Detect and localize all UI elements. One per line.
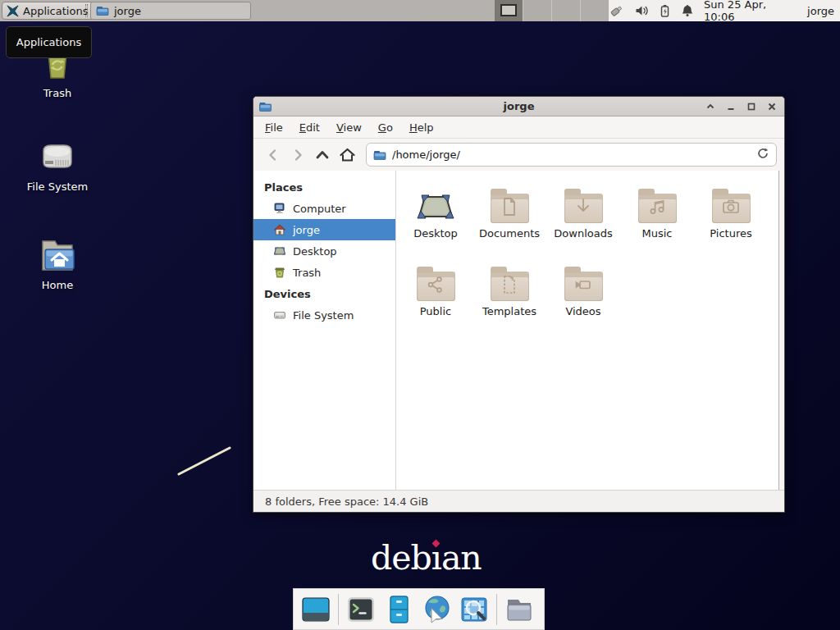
removable-media-icon[interactable]	[609, 3, 625, 18]
folder-music-icon	[638, 194, 677, 223]
places-header: Places	[253, 176, 395, 198]
home-folder-icon	[38, 236, 77, 274]
workspace-4[interactable]	[580, 0, 609, 21]
file-item-downloads[interactable]: Downloads	[546, 184, 620, 262]
close-button[interactable]	[766, 102, 777, 112]
menu-help[interactable]: Help	[409, 121, 434, 134]
sidebar-item-desktop[interactable]: Desktop	[253, 240, 395, 262]
file-item-videos[interactable]: Videos	[546, 262, 620, 340]
taskbar-window-button[interactable]: jorge	[90, 2, 251, 20]
file-item-public[interactable]: Public	[399, 262, 472, 340]
folder-videos-icon	[564, 272, 603, 301]
toolbar: /home/jorge/	[253, 139, 784, 171]
file-label: Videos	[565, 305, 600, 317]
desktop-icon	[273, 244, 286, 258]
applications-tooltip: Applications	[6, 26, 92, 58]
folder-downloads-icon	[564, 194, 603, 223]
menu-view[interactable]: View	[336, 121, 362, 134]
file-label: Downloads	[554, 227, 612, 240]
sidebar-item-label: jorge	[293, 224, 320, 236]
file-label: Music	[642, 227, 673, 240]
sidebar-item-computer[interactable]: Computer	[253, 198, 395, 219]
xfce-logo-icon	[7, 5, 19, 17]
desktop-icon-file-system[interactable]: File System	[21, 139, 94, 193]
panel-handle	[85, 4, 88, 17]
dock-separator	[496, 594, 497, 625]
file-manager-launcher[interactable]	[383, 593, 414, 626]
desktop-special-icon	[416, 190, 455, 223]
file-item-documents[interactable]: Documents	[472, 184, 546, 262]
sidebar-item-label: Desktop	[293, 245, 337, 258]
folder-icon	[96, 4, 109, 17]
debian-logo: debıan	[371, 538, 482, 578]
panel-status-area: Sun 25 Apr, 10:06 jorge	[609, 0, 840, 21]
desktop-icon-label: Trash	[43, 87, 71, 99]
back-button[interactable]	[261, 144, 285, 167]
menu-file[interactable]: File	[265, 121, 283, 134]
file-label: Documents	[479, 227, 540, 240]
file-label: Desktop	[413, 227, 458, 240]
folder-pictures-icon	[712, 194, 751, 223]
battery-charging-icon[interactable]	[659, 4, 671, 18]
titlebar[interactable]: jorge	[253, 97, 784, 116]
applications-menu-button[interactable]: Applications	[2, 2, 94, 20]
file-item-templates[interactable]: Templates	[472, 262, 546, 340]
tooltip-text: Applications	[16, 36, 81, 48]
stray-line-artifact	[168, 441, 235, 481]
file-manager-window: jorge File Edit View Go Help	[253, 96, 785, 513]
folder-templates-icon	[491, 272, 529, 301]
workspace-window-miniature	[500, 4, 517, 16]
desktop-icon-home[interactable]: Home	[21, 236, 94, 291]
minimize-button[interactable]	[725, 102, 736, 112]
hard-drive-icon	[273, 308, 286, 322]
top-panel: Applications jorge	[0, 0, 840, 21]
sidebar-item-jorge[interactable]: jorge	[253, 219, 395, 240]
sidebar-item-label: Computer	[293, 203, 346, 215]
menu-go[interactable]: Go	[378, 121, 393, 134]
file-label: Public	[420, 305, 451, 317]
applications-label: Applications	[23, 5, 88, 17]
sidebar-item-file-system[interactable]: File System	[253, 304, 395, 326]
folder-public-icon	[417, 272, 455, 301]
web-browser-launcher[interactable]	[421, 593, 452, 626]
dock-separator	[338, 594, 339, 625]
path-text: /home/jorge/	[392, 148, 751, 161]
sidebar: Places Computer jorge	[253, 171, 396, 490]
home-icon	[273, 223, 286, 236]
folder-shortcut[interactable]	[504, 593, 535, 626]
home-button[interactable]	[335, 144, 359, 167]
reload-button[interactable]	[756, 147, 769, 163]
volume-icon[interactable]	[635, 4, 649, 17]
computer-icon	[273, 202, 286, 215]
show-desktop-button[interactable]	[300, 593, 331, 626]
file-view: Desktop Documents	[396, 171, 784, 490]
path-folder-icon	[373, 148, 386, 162]
application-finder-launcher[interactable]	[459, 593, 490, 626]
path-entry[interactable]: /home/jorge/	[366, 143, 777, 167]
statusbar-text: 8 folders, Free space: 14.4 GiB	[265, 495, 428, 508]
desktop-icon-label: File System	[27, 180, 88, 193]
file-item-pictures[interactable]: Pictures	[694, 184, 768, 262]
username-item[interactable]: jorge	[807, 5, 834, 17]
up-button[interactable]	[310, 144, 335, 167]
menubar: File Edit View Go Help	[253, 116, 784, 139]
file-item-music[interactable]: Music	[620, 184, 694, 262]
hard-drive-icon	[38, 139, 77, 176]
maximize-button[interactable]	[746, 102, 756, 112]
sidebar-item-trash[interactable]: Trash	[253, 262, 395, 283]
workspace-1[interactable]	[495, 0, 523, 21]
scrollbar-track	[778, 171, 784, 490]
file-label: Templates	[482, 305, 536, 317]
file-item-desktop[interactable]: Desktop	[399, 184, 472, 262]
workspace-3[interactable]	[551, 0, 580, 21]
clock[interactable]: Sun 25 Apr, 10:06	[704, 0, 797, 23]
shade-button[interactable]	[705, 102, 715, 112]
workspace-switcher	[495, 0, 609, 21]
trash-icon	[273, 266, 286, 279]
terminal-launcher[interactable]	[345, 593, 377, 626]
forward-button[interactable]	[285, 144, 310, 167]
workspace-2[interactable]	[523, 0, 551, 21]
notifications-bell-icon[interactable]	[681, 4, 694, 18]
menu-edit[interactable]: Edit	[299, 121, 320, 134]
folder-documents-icon	[491, 194, 529, 223]
